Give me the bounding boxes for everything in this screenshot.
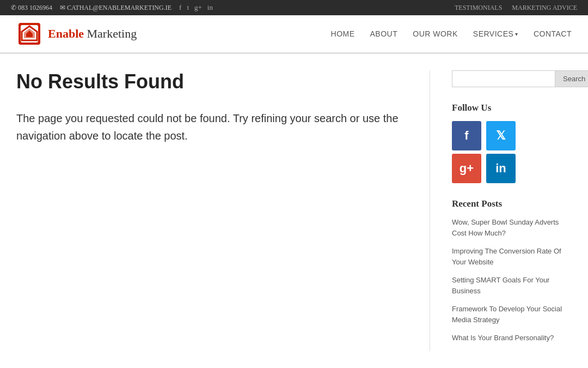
email-address[interactable]: ✉ CATHAL@ENABLEMARKETING.IE [60,4,171,12]
list-item: Setting SMART Goals For Your Business [452,275,572,296]
main-container: No Results Found The page you requested … [0,54,588,368]
phone-number: ✆ 083 1026964 [11,4,52,12]
nav-about[interactable]: ABOUT [370,29,398,38]
list-item: Wow, Super Bowl Sunday Adverts Cost How … [452,217,572,238]
list-item: Improving The Conversion Rate Of Your We… [452,246,572,267]
main-nav: HOME ABOUT OUR WORK SERVICES ▾ CONTACT [331,29,572,38]
twitter-button[interactable]: 𝕏 [486,121,516,150]
content-area: No Results Found The page you requested … [16,70,430,351]
facebook-button[interactable]: f [452,121,481,150]
social-grid: f 𝕏 g+ in [452,121,517,183]
top-bar: ✆ 083 1026964 ✉ CATHAL@ENABLEMARKETING.I… [0,0,588,15]
recent-post-link[interactable]: Setting SMART Goals For Your Business [452,276,549,295]
top-googleplus-icon[interactable]: g+ [194,3,202,12]
page-title: No Results Found [16,70,424,93]
top-social-icons: f t g+ in [179,3,213,12]
testimonials-link[interactable]: TESTIMONIALS [455,4,502,12]
search-input[interactable] [452,70,555,87]
nav-our-work[interactable]: OUR WORK [413,29,458,38]
recent-post-link[interactable]: Framework To Develop Your Social Media S… [452,305,562,324]
marketing-advice-link[interactable]: MARKETING ADVICE [512,4,577,12]
search-button[interactable]: Search [555,70,588,87]
follow-title: Follow Us [452,102,572,113]
list-item: Framework To Develop Your Social Media S… [452,304,572,325]
nav-home[interactable]: HOME [331,29,355,38]
nav-services[interactable]: SERVICES ▾ [473,29,518,38]
recent-posts-title: Recent Posts [452,198,572,209]
services-caret-icon: ▾ [515,31,518,37]
logo-text: Enable Marketing [48,27,137,41]
top-facebook-icon[interactable]: f [179,3,181,12]
list-item: What Is Your Brand Personality? [452,333,572,343]
sidebar: Search Follow Us f 𝕏 g+ in Recent Posts … [452,70,572,351]
recent-posts-widget: Recent Posts Wow, Super Bowl Sunday Adve… [452,198,572,343]
top-linkedin-icon[interactable]: in [207,3,213,12]
linkedin-button[interactable]: in [486,154,516,183]
top-twitter-icon[interactable]: t [187,3,189,12]
not-found-message: The page you requested could not be foun… [16,110,424,144]
recent-post-link[interactable]: What Is Your Brand Personality? [452,334,554,342]
recent-post-link[interactable]: Wow, Super Bowl Sunday Adverts Cost How … [452,218,559,237]
recent-post-link[interactable]: Improving The Conversion Rate Of Your We… [452,247,561,266]
googleplus-button[interactable]: g+ [452,154,481,183]
top-bar-right: TESTIMONIALS MARKETING ADVICE [455,4,577,12]
site-logo[interactable]: Enable Marketing [16,21,137,47]
search-widget: Search [452,70,572,87]
follow-section: Follow Us f 𝕏 g+ in [452,102,572,183]
logo-icon [16,21,42,47]
top-bar-left: ✆ 083 1026964 ✉ CATHAL@ENABLEMARKETING.I… [11,3,213,12]
search-form: Search [452,70,572,87]
nav-contact[interactable]: CONTACT [534,29,572,38]
site-header: Enable Marketing HOME ABOUT OUR WORK SER… [0,15,588,53]
